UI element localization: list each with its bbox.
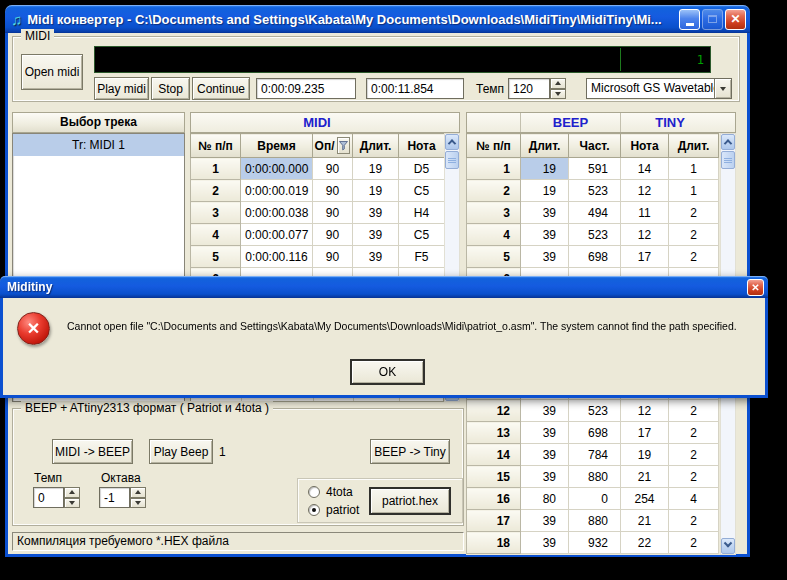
time-current-field[interactable] (256, 78, 356, 99)
row-number-cell[interactable]: 4 (191, 224, 241, 246)
op-cell[interactable]: 90 (313, 180, 353, 202)
tiny-duration-cell[interactable]: 2 (669, 422, 719, 444)
beep-duration-cell[interactable]: 39 (521, 400, 569, 422)
op-cell[interactable]: 90 (313, 246, 353, 268)
octave-up-button[interactable] (130, 487, 146, 498)
row-number-cell[interactable]: 2 (467, 180, 521, 202)
frequency-cell[interactable]: 523 (569, 180, 621, 202)
tiny-note-cell[interactable]: 21 (621, 466, 669, 488)
scroll-up-button[interactable] (445, 134, 459, 150)
row-number-cell[interactable]: 15 (467, 466, 521, 488)
tempo-field[interactable] (508, 78, 550, 99)
tiny-note-cell[interactable]: 17 (621, 246, 669, 268)
frequency-cell[interactable]: 523 (569, 400, 621, 422)
time-cell[interactable]: 0:00:00.077 (241, 224, 313, 246)
tempo-up-button[interactable] (64, 487, 80, 498)
frequency-cell[interactable]: 932 (569, 532, 621, 554)
tiny-duration-cell[interactable]: 2 (669, 444, 719, 466)
midi-to-beep-button[interactable]: MIDI -> BEEP (52, 439, 133, 464)
duration-cell[interactable]: 19 (353, 158, 399, 180)
continue-button[interactable]: Continue (192, 77, 250, 100)
duration-cell[interactable]: 19 (353, 180, 399, 202)
time-cell[interactable]: 0:00:00.000 (241, 158, 313, 180)
op-cell[interactable]: 90 (313, 224, 353, 246)
row-number-cell[interactable]: 17 (467, 510, 521, 532)
radio-checked-icon[interactable] (308, 504, 320, 516)
octave-field[interactable] (99, 487, 130, 508)
beep-duration-cell[interactable]: 19 (521, 180, 569, 202)
tiny-note-cell[interactable]: 19 (621, 444, 669, 466)
ok-button[interactable]: OK (351, 360, 424, 384)
tiny-note-cell[interactable]: 254 (621, 488, 669, 510)
tiny-duration-cell[interactable]: 2 (669, 466, 719, 488)
tiny-duration-cell[interactable]: 2 (669, 400, 719, 422)
duration-cell[interactable]: 39 (353, 224, 399, 246)
beep-duration-cell[interactable]: 39 (521, 224, 569, 246)
note-cell[interactable]: C5 (399, 224, 445, 246)
maximize-button[interactable] (702, 9, 723, 30)
frequency-cell[interactable]: 494 (569, 202, 621, 224)
tiny-note-cell[interactable]: 12 (621, 400, 669, 422)
tiny-note-cell[interactable]: 14 (621, 158, 669, 180)
tiny-duration-cell[interactable]: 1 (669, 158, 719, 180)
time-total-field[interactable] (366, 78, 464, 99)
window-titlebar[interactable]: ♫ Midi конвертер - C:\Documents and Sett… (5, 5, 750, 33)
row-number-cell[interactable]: 4 (467, 224, 521, 246)
row-number-cell[interactable]: 16 (467, 488, 521, 510)
row-number-cell[interactable]: 13 (467, 422, 521, 444)
frequency-cell[interactable]: 523 (569, 224, 621, 246)
dialog-titlebar[interactable]: Miditiny ✕ (0, 276, 768, 298)
frequency-cell[interactable]: 880 (569, 466, 621, 488)
note-cell[interactable]: C5 (399, 180, 445, 202)
tiny-note-cell[interactable]: 11 (621, 202, 669, 224)
tiny-duration-cell[interactable]: 2 (669, 532, 719, 554)
beep-duration-cell[interactable]: 39 (521, 466, 569, 488)
beep-duration-cell[interactable]: 39 (521, 444, 569, 466)
play-midi-button[interactable]: Play midi (94, 77, 149, 100)
tiny-duration-cell[interactable]: 1 (669, 180, 719, 202)
scrollbar-thumb[interactable] (445, 151, 459, 169)
row-number-cell[interactable]: 5 (467, 246, 521, 268)
op-cell[interactable]: 90 (313, 202, 353, 224)
octave-down-button[interactable] (130, 498, 146, 509)
tiny-note-cell[interactable]: 12 (621, 180, 669, 202)
beep-tempo-stepper[interactable] (64, 487, 80, 508)
note-cell[interactable]: D5 (399, 158, 445, 180)
beep-to-tiny-button[interactable]: BEEP -> Tiny (370, 439, 450, 464)
frequency-cell[interactable]: 698 (569, 246, 621, 268)
op-cell[interactable]: 90 (313, 158, 353, 180)
beep-tempo-field[interactable] (33, 487, 64, 508)
frequency-cell[interactable]: 698 (569, 422, 621, 444)
tiny-duration-cell[interactable]: 4 (669, 488, 719, 510)
close-button[interactable]: ✕ (725, 9, 746, 30)
midi-device-select[interactable]: Microsoft GS Wavetable (586, 78, 732, 99)
tiny-note-cell[interactable]: 17 (621, 422, 669, 444)
time-cell[interactable]: 0:00:00.116 (241, 246, 313, 268)
patriot-hex-button[interactable]: patriot.hex (370, 488, 450, 514)
duration-cell[interactable]: 39 (353, 246, 399, 268)
tiny-duration-cell[interactable]: 2 (669, 202, 719, 224)
beep-duration-cell[interactable]: 39 (521, 246, 569, 268)
tempo-stepper[interactable] (550, 78, 566, 99)
track-list-item[interactable]: Tr: MIDI 1 (13, 134, 184, 156)
dialog-close-button[interactable]: ✕ (747, 279, 764, 296)
row-number-cell[interactable]: 18 (467, 532, 521, 554)
row-number-cell[interactable]: 3 (191, 202, 241, 224)
tiny-note-cell[interactable]: 21 (621, 510, 669, 532)
tiny-duration-cell[interactable]: 2 (669, 246, 719, 268)
scroll-down-button[interactable] (721, 538, 735, 554)
tiny-duration-cell[interactable]: 2 (669, 510, 719, 532)
time-cell[interactable]: 0:00:00.019 (241, 180, 313, 202)
play-beep-button[interactable]: Play Beep (149, 439, 213, 464)
tiny-note-cell[interactable]: 22 (621, 532, 669, 554)
scrollbar-thumb[interactable] (721, 151, 735, 169)
frequency-cell[interactable]: 784 (569, 444, 621, 466)
row-number-cell[interactable]: 12 (467, 400, 521, 422)
octave-stepper[interactable] (130, 487, 146, 508)
frequency-cell[interactable]: 880 (569, 510, 621, 532)
combo-dropdown-button[interactable] (714, 79, 731, 98)
beep-duration-cell[interactable]: 39 (521, 202, 569, 224)
row-number-cell[interactable]: 1 (467, 158, 521, 180)
duration-cell[interactable]: 39 (353, 202, 399, 224)
tempo-up-button[interactable] (550, 78, 566, 89)
